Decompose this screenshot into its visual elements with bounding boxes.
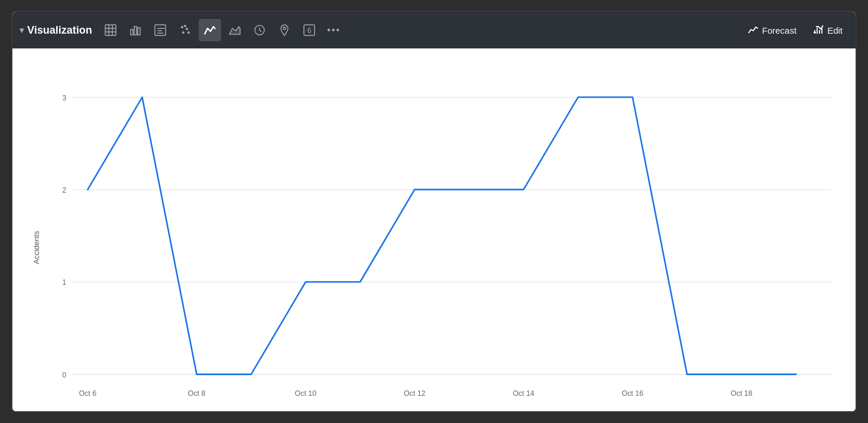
- svg-rect-8: [155, 25, 166, 35]
- line-chart-icon: [203, 24, 216, 37]
- data-line: [88, 97, 796, 375]
- x-tick-oct12: Oct 12: [404, 389, 426, 398]
- svg-rect-5: [131, 30, 133, 35]
- clock-icon: [253, 24, 266, 37]
- time-icon-button[interactable]: [248, 19, 271, 41]
- number-6-icon: 6: [303, 24, 316, 37]
- forecast-label: Forecast: [762, 25, 796, 35]
- visualization-toggle[interactable]: ▾ Visualization: [20, 24, 92, 37]
- chart-inner: 3 2 1 0 Oct 6 Oct 8 Oct 10 Oct 12 Oct 14…: [48, 60, 844, 411]
- scatter-icon-button[interactable]: [174, 19, 196, 41]
- edit-button[interactable]: Edit: [807, 21, 848, 39]
- toolbar-right: Forecast Edit: [742, 21, 848, 39]
- svg-point-15: [187, 31, 190, 34]
- edit-icon: [813, 25, 824, 35]
- y-tick-2: 2: [62, 186, 66, 194]
- y-axis-label: Accidents: [32, 231, 41, 264]
- y-tick-0: 0: [62, 371, 66, 379]
- map-icon-button[interactable]: [273, 19, 296, 41]
- toolbar-left: ▾ Visualization: [20, 19, 740, 41]
- chevron-down-icon: ▾: [20, 25, 24, 35]
- table-icon-button[interactable]: [99, 19, 122, 41]
- line-chart-svg: 3 2 1 0 Oct 6 Oct 8 Oct 10 Oct 12 Oct 14…: [48, 60, 844, 411]
- gantt-icon-button[interactable]: [149, 19, 171, 41]
- more-icon-button[interactable]: •••: [323, 19, 345, 41]
- svg-point-16: [184, 25, 186, 27]
- x-tick-oct6: Oct 6: [79, 389, 96, 398]
- svg-rect-0: [105, 25, 116, 35]
- forecast-button[interactable]: Forecast: [742, 21, 802, 39]
- visualization-panel: ▾ Visualization: [11, 11, 857, 412]
- edit-label: Edit: [827, 25, 843, 35]
- bar-chart-icon-button[interactable]: [124, 19, 147, 41]
- svg-text:6: 6: [307, 27, 311, 35]
- area-chart-icon-button[interactable]: [224, 19, 246, 41]
- visualization-label: Visualization: [27, 24, 92, 37]
- x-tick-oct10: Oct 10: [295, 389, 317, 398]
- x-tick-oct14: Oct 14: [513, 389, 535, 398]
- forecast-icon: [748, 25, 759, 35]
- svg-rect-7: [138, 28, 140, 35]
- x-tick-oct18: Oct 18: [731, 389, 753, 398]
- svg-rect-6: [134, 27, 137, 35]
- table-icon: [104, 24, 117, 37]
- x-tick-oct8: Oct 8: [188, 389, 206, 398]
- svg-point-14: [182, 31, 184, 34]
- gantt-icon: [154, 24, 167, 37]
- bar-chart-icon: [129, 24, 142, 37]
- ellipsis-icon: •••: [327, 25, 341, 35]
- toolbar: ▾ Visualization: [12, 12, 856, 48]
- scatter-icon: [179, 24, 192, 37]
- chart-area: Accidents Event Date 3 2 1 0: [12, 48, 856, 412]
- area-chart-icon: [228, 24, 241, 37]
- svg-point-13: [186, 28, 188, 30]
- svg-point-20: [283, 27, 286, 30]
- map-pin-icon: [278, 24, 291, 37]
- y-tick-3: 3: [62, 94, 66, 102]
- svg-line-19: [260, 30, 261, 32]
- single-value-icon-button[interactable]: 6: [298, 19, 320, 41]
- line-chart-icon-button[interactable]: [199, 19, 221, 41]
- x-tick-oct16: Oct 16: [622, 389, 644, 398]
- svg-point-12: [181, 26, 183, 28]
- y-tick-1: 1: [62, 278, 66, 287]
